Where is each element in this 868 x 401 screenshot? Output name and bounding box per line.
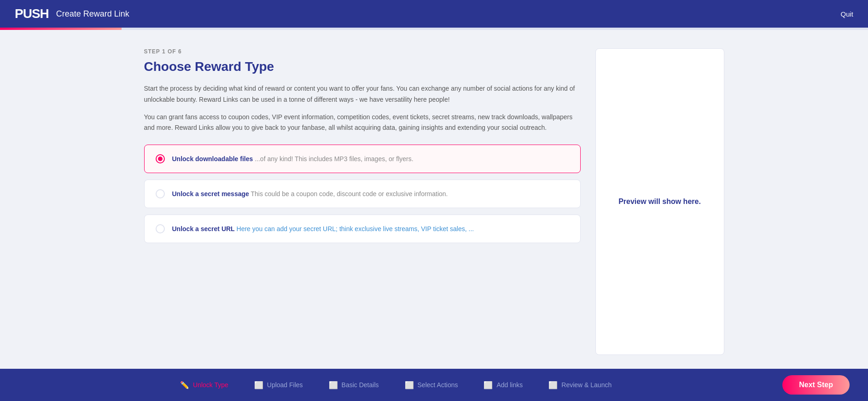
nav-label-unlock-type: Unlock Type [193, 381, 228, 389]
nav-label-select-actions: Select Actions [418, 381, 458, 389]
option-text-secret-message: Unlock a secret message This could be a … [172, 190, 448, 198]
left-panel: STEP 1 OF 6 Choose Reward Type Start the… [144, 48, 581, 355]
step-label: STEP 1 OF 6 [144, 48, 581, 55]
nav-step-upload-files[interactable]: ⬜ Upload Files [241, 381, 316, 389]
option-desc-secret-url: Here you can add your secret URL; think … [237, 225, 474, 232]
preview-panel: Preview will show here. [595, 48, 724, 355]
content-wrapper: STEP 1 OF 6 Choose Reward Type Start the… [144, 48, 724, 355]
option-text-downloadable: Unlock downloadable files ...of any kind… [172, 155, 414, 163]
basic-details-icon: ⬜ [329, 381, 338, 389]
option-downloadable[interactable]: Unlock downloadable files ...of any kind… [144, 145, 581, 173]
nav-step-unlock-type[interactable]: ✏️ Unlock Type [167, 381, 241, 389]
radio-secret-url [156, 224, 165, 233]
add-links-icon: ⬜ [484, 381, 493, 389]
preview-placeholder: Preview will show here. [618, 198, 701, 206]
nav-step-basic-details[interactable]: ⬜ Basic Details [316, 381, 392, 389]
next-step-button[interactable]: Next Step [782, 375, 850, 395]
options-list: Unlock downloadable files ...of any kind… [144, 145, 581, 243]
app-header: PUSH Create Reward Link Quit [0, 0, 868, 28]
option-label-secret-url: Unlock a secret URL [172, 225, 235, 232]
upload-files-icon: ⬜ [254, 381, 263, 389]
nav-step-select-actions[interactable]: ⬜ Select Actions [392, 381, 471, 389]
option-text-secret-url: Unlock a secret URL Here you can add you… [172, 225, 474, 232]
footer-nav: ✏️ Unlock Type ⬜ Upload Files ⬜ Basic De… [0, 369, 868, 401]
radio-downloadable [156, 154, 165, 163]
main-content: STEP 1 OF 6 Choose Reward Type Start the… [0, 30, 868, 401]
quit-button[interactable]: Quit [840, 10, 853, 18]
header-left: PUSH Create Reward Link [15, 6, 129, 21]
footer-nav-inner: ✏️ Unlock Type ⬜ Upload Files ⬜ Basic De… [18, 381, 773, 389]
review-launch-icon: ⬜ [548, 381, 558, 389]
unlock-type-icon: ✏️ [180, 381, 189, 389]
app-logo: PUSH [15, 6, 49, 21]
select-actions-icon: ⬜ [405, 381, 414, 389]
nav-label-basic-details: Basic Details [342, 381, 379, 389]
nav-step-add-links[interactable]: ⬜ Add links [471, 381, 536, 389]
description-2: You can grant fans access to coupon code… [144, 112, 581, 134]
page-title-header: Create Reward Link [56, 9, 129, 19]
page-heading: Choose Reward Type [144, 59, 581, 74]
option-secret-message[interactable]: Unlock a secret message This could be a … [144, 180, 581, 208]
nav-step-review-launch[interactable]: ⬜ Review & Launch [536, 381, 624, 389]
description-1: Start the process by deciding what kind … [144, 83, 581, 105]
option-label-downloadable: Unlock downloadable files [172, 155, 253, 163]
nav-label-review-launch: Review & Launch [561, 381, 612, 389]
option-desc-downloadable: ...of any kind! This includes MP3 files,… [255, 155, 413, 163]
option-label-secret-message: Unlock a secret message [172, 190, 249, 198]
option-desc-secret-message: This could be a coupon code, discount co… [250, 190, 448, 198]
radio-secret-message [156, 189, 165, 198]
nav-label-upload-files: Upload Files [267, 381, 303, 389]
option-secret-url[interactable]: Unlock a secret URL Here you can add you… [144, 215, 581, 243]
nav-label-add-links: Add links [496, 381, 523, 389]
radio-inner-downloadable [158, 157, 163, 161]
